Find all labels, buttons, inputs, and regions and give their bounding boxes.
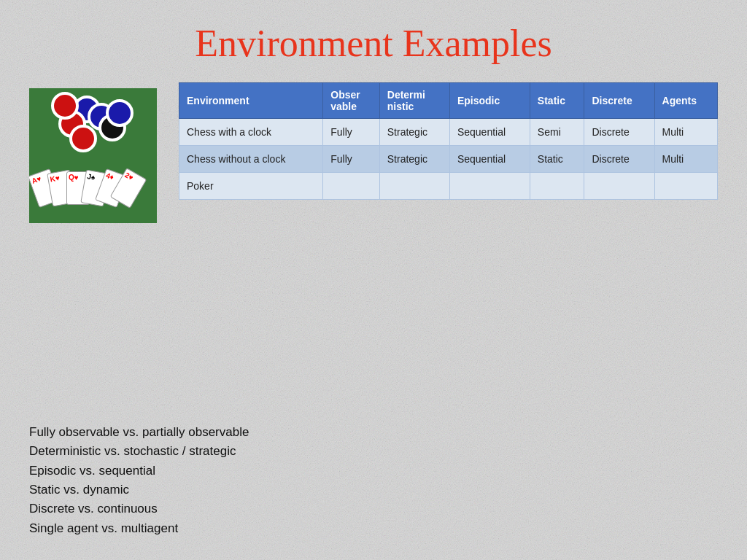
page-title: Environment Examples (29, 22, 718, 65)
table-cell-0-3: Sequential (449, 119, 530, 146)
environment-table: Environment Observable Deterministic Epi… (179, 82, 718, 200)
bullet-4: Static vs. dynamic (29, 481, 249, 499)
chip-red-2 (69, 125, 97, 152)
table-cell-0-1: Fully (323, 119, 380, 146)
table-cell-1-2: Strategic (379, 146, 449, 173)
table-body: Chess with a clockFullyStrategicSequenti… (179, 119, 718, 200)
chip-red-3 (51, 92, 79, 120)
table-cell-0-0: Chess with a clock (179, 119, 323, 146)
table-cell-0-6: Multi (654, 119, 717, 146)
col-header-observable: Observable (323, 83, 380, 119)
bottom-section: Fully observable vs. partially observabl… (29, 423, 249, 538)
table-cell-1-1: Fully (323, 146, 380, 173)
col-header-agents: Agents (654, 83, 717, 119)
table-cell-0-5: Discrete (584, 119, 654, 146)
bullet-5: Discrete vs. continuous (29, 499, 249, 518)
col-header-static: Static (530, 83, 584, 119)
table-cell-1-5: Discrete (584, 146, 654, 173)
table-cell-0-2: Strategic (379, 119, 449, 146)
table-row: Poker (179, 173, 718, 200)
slide: Environment Examples A♥ K♥ Q♥ J♠ 4♦ 2♥ (0, 0, 747, 560)
content-area: A♥ K♥ Q♥ J♠ 4♦ 2♥ Environment Observable… (29, 82, 718, 223)
table-header-row: Environment Observable Deterministic Epi… (179, 83, 718, 119)
table-cell-2-0: Poker (179, 173, 323, 200)
table-cell-2-3 (449, 173, 530, 200)
table-cell-1-4: Static (530, 146, 584, 173)
chip-blue-3 (106, 99, 133, 127)
table-cell-2-6 (654, 173, 717, 200)
poker-image: A♥ K♥ Q♥ J♠ 4♦ 2♥ (29, 88, 157, 223)
table-cell-1-3: Sequential (449, 146, 530, 173)
table-cell-2-1 (323, 173, 380, 200)
col-header-episodic: Episodic (449, 83, 530, 119)
bullet-1: Fully observable vs. partially observabl… (29, 423, 249, 442)
table-cell-1-0: Chess without a clock (179, 146, 323, 173)
col-header-deterministic: Deterministic (379, 83, 449, 119)
table-row: Chess with a clockFullyStrategicSequenti… (179, 119, 718, 146)
bullet-3: Episodic vs. sequential (29, 462, 249, 481)
table-cell-2-5 (584, 173, 654, 200)
table-cell-0-4: Semi (530, 119, 584, 146)
table-cell-1-6: Multi (654, 146, 717, 173)
image-container: A♥ K♥ Q♥ J♠ 4♦ 2♥ (29, 88, 157, 223)
col-header-discrete: Discrete (584, 83, 654, 119)
bullet-2: Deterministic vs. stochastic / strategic (29, 442, 249, 461)
table-container: Environment Observable Deterministic Epi… (179, 82, 718, 200)
table-cell-2-4 (530, 173, 584, 200)
bullet-6: Single agent vs. multiagent (29, 519, 249, 538)
table-cell-2-2 (379, 173, 449, 200)
col-header-environment: Environment (179, 83, 323, 119)
table-row: Chess without a clockFullyStrategicSeque… (179, 146, 718, 173)
